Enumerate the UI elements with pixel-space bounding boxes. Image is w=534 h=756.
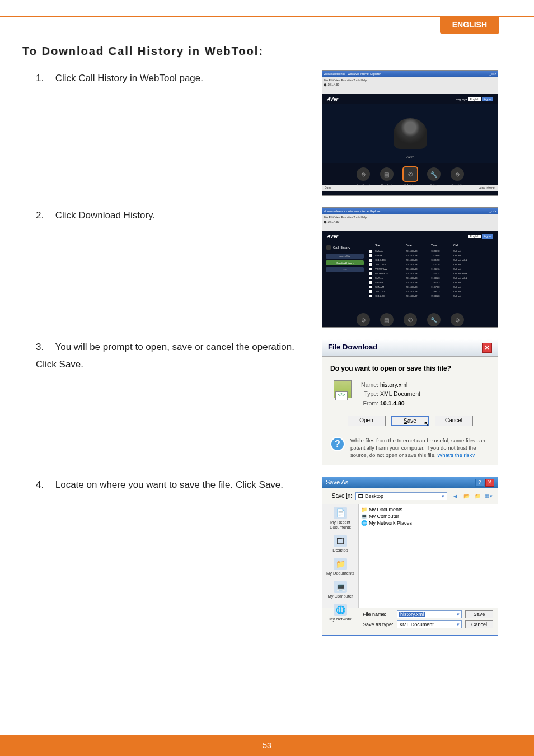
search-site-button[interactable]: search Site bbox=[326, 254, 364, 259]
sidebar-computer[interactable]: 💻My Computer bbox=[324, 579, 357, 602]
savetype-label: Save as type: bbox=[363, 622, 394, 627]
file-type: XML Document bbox=[380, 390, 420, 397]
step-body: Click Download History. bbox=[55, 210, 155, 221]
nav-contact[interactable]: ⊖Contact Us bbox=[451, 167, 464, 181]
ie-titlebar: Video conference - Windows Internet Expl… bbox=[322, 208, 498, 214]
help-button[interactable]: ? bbox=[475, 479, 484, 487]
step-row: 1. Click Call History in WebTool page. V… bbox=[22, 70, 512, 196]
nav-setting[interactable]: 🔧Setting bbox=[427, 167, 441, 181]
open-button[interactable]: Open bbox=[348, 416, 386, 426]
step-image: Video conference - Windows Internet Expl… bbox=[299, 70, 512, 196]
nav-cam-control[interactable]: ⊖ bbox=[357, 313, 370, 326]
cancel-button[interactable]: Cancel bbox=[435, 416, 473, 426]
save-button[interactable]: Save bbox=[465, 610, 493, 618]
nav-phonebook[interactable]: ▤Phonebook bbox=[380, 167, 394, 181]
nav-icons: ⊖Cam. Control ▤Phonebook ✆Call History 🔧… bbox=[322, 163, 498, 185]
screenshot-webtool-main: Video conference - Windows Internet Expl… bbox=[322, 70, 498, 196]
aver-header: AVer Language English logout bbox=[322, 94, 498, 104]
nav-setting[interactable]: 🔧 bbox=[427, 313, 441, 326]
nav-phonebook[interactable]: ▤ bbox=[380, 313, 394, 326]
sidebar-desktop[interactable]: 🗔Desktop bbox=[324, 533, 357, 556]
table-row: 10.1.2.1702011-07-0813:01:28Call out bbox=[369, 263, 495, 267]
download-history-button[interactable]: Download History bbox=[326, 260, 364, 265]
file-list[interactable]: 📁My Documents 💻My Computer 🌐My Network P… bbox=[358, 504, 498, 608]
new-folder-icon[interactable]: 📁 bbox=[473, 492, 482, 501]
dialog-title: Save As bbox=[326, 479, 348, 487]
camera-label: AVer bbox=[406, 155, 414, 158]
table-row: Stefanie2011-07-0813:30:10Call out bbox=[369, 249, 495, 254]
up-icon[interactable]: 📂 bbox=[462, 492, 471, 501]
nav-icons: ⊖ ▤ ✆ 🔧 ⊖ bbox=[322, 309, 498, 328]
dialog-titlebar: Save As ? ✕ bbox=[322, 477, 498, 488]
list-item[interactable]: 🌐My Network Places bbox=[361, 520, 495, 526]
aver-header: AVer English logout bbox=[322, 231, 498, 241]
call-history-body: Call History search Site Download Histor… bbox=[322, 241, 498, 309]
screenshot-call-history: Video conference - Windows Internet Expl… bbox=[322, 207, 498, 328]
screenshot-save-as: Save As ? ✕ Save in: 🗔 Desktop ▾ ◀ bbox=[322, 477, 498, 636]
window-title: Video conference - Windows Internet Expl… bbox=[324, 72, 381, 76]
savetype-dropdown[interactable]: XML Document▾ bbox=[397, 620, 462, 628]
save-button[interactable]: Save↖ bbox=[391, 416, 429, 426]
cursor-icon: ↖ bbox=[424, 420, 429, 428]
step-body: Locate on where you want to save the fil… bbox=[55, 479, 283, 490]
table-row: SolTech2011-07-0811:47:43Call out bbox=[369, 281, 495, 285]
file-name: history.xml bbox=[380, 381, 407, 388]
table-row: VICTORIAM2011-07-0811:56:16Call out bbox=[369, 267, 495, 272]
back-icon[interactable]: ◀ bbox=[451, 492, 460, 501]
table-header: Site Date Time Call bbox=[369, 244, 495, 249]
step-number: 1. bbox=[36, 70, 53, 87]
list-item[interactable]: 💻My Computer bbox=[361, 513, 495, 520]
step-image: Save As ? ✕ Save in: 🗔 Desktop ▾ ◀ bbox=[299, 477, 512, 636]
step-text: 2. Click Download History. bbox=[22, 207, 299, 225]
dialog-title: File Download bbox=[328, 343, 377, 353]
cancel-button[interactable]: Cancel bbox=[465, 620, 493, 628]
filename-input[interactable]: history.xml▾ bbox=[397, 610, 462, 618]
language-tab: ENGLISH bbox=[440, 16, 499, 34]
sidebar-recent[interactable]: 📄My Recent Documents bbox=[324, 505, 357, 533]
view-icon[interactable]: ▦▾ bbox=[484, 492, 493, 501]
filename-label: File name: bbox=[363, 612, 394, 617]
nav-contact[interactable]: ⊖ bbox=[451, 313, 464, 326]
step-number: 4. bbox=[36, 477, 53, 494]
step-number: 2. bbox=[36, 207, 53, 225]
ie-toolbar: File Edit View Favorites Tools Help ⬤ 10… bbox=[322, 77, 498, 94]
camera-image bbox=[394, 118, 427, 149]
step-text: 1. Click Call History in WebTool page. bbox=[22, 70, 299, 87]
savein-dropdown[interactable]: 🗔 Desktop ▾ bbox=[355, 492, 447, 500]
nav-call-history[interactable]: ✆ bbox=[404, 313, 417, 326]
table-row: 10.1.2.602011-07-0719:40:28Call out bbox=[369, 294, 495, 298]
whats-the-risk-link[interactable]: What's the risk? bbox=[437, 452, 475, 458]
save-body: 📄My Recent Documents 🗔Desktop 📁My Docume… bbox=[322, 504, 498, 608]
section-title: To Download Call History in WebTool: bbox=[22, 45, 512, 58]
step-body: Click Call History in WebTool page. bbox=[55, 73, 203, 83]
dialog-question: Do you want to open or save this file? bbox=[330, 365, 490, 372]
page-number: 53 bbox=[263, 741, 271, 750]
table-row: 10.1.3.4392011-07-0813:01:50Call out fai… bbox=[369, 258, 495, 263]
info-icon: ? bbox=[330, 437, 345, 451]
close-button[interactable]: ✕ bbox=[482, 343, 492, 353]
table-row: GENseM2011-07-0811:47:00Call out bbox=[369, 285, 495, 290]
call-history-table: Site Date Time Call Stefanie2011-07-0813… bbox=[367, 241, 498, 309]
step-row: 3. You will be prompt to open, save or c… bbox=[22, 339, 512, 465]
list-item[interactable]: 📁My Documents bbox=[361, 506, 495, 513]
file-info: </> Name: history.xml Type: XML Document… bbox=[330, 380, 490, 408]
step-row: 4. Locate on where you want to save the … bbox=[22, 477, 512, 636]
ie-toolbar: File Edit View Favorites Tools Help ⬤ 10… bbox=[322, 214, 498, 231]
table-row: IWOMINSTD2011-07-0811:55:14Call out fail… bbox=[369, 272, 495, 276]
call-button[interactable]: Call bbox=[326, 267, 364, 272]
step-row: 2. Click Download History. Video confere… bbox=[22, 207, 512, 328]
ch-sidebar: Call History search Site Download Histor… bbox=[322, 241, 367, 309]
step-text: 4. Locate on where you want to save the … bbox=[22, 477, 299, 494]
file-icon: </> bbox=[334, 380, 352, 398]
nav-call-history[interactable]: ✆Call History bbox=[404, 167, 417, 181]
step-image: Video conference - Windows Internet Expl… bbox=[299, 207, 512, 328]
step-body: You will be prompt to open, save or canc… bbox=[36, 342, 294, 370]
sidebar-network[interactable]: 🌐My Network bbox=[324, 602, 357, 625]
dialog-titlebar: File Download ✕ bbox=[322, 339, 498, 357]
nav-cam-control[interactable]: ⊖Cam. Control bbox=[357, 167, 370, 181]
dialog-buttons: Open Save↖ Cancel bbox=[330, 416, 490, 426]
step-image: File Download ✕ Do you want to open or s… bbox=[299, 339, 512, 465]
sidebar-documents[interactable]: 📁My Documents bbox=[324, 556, 357, 579]
close-button[interactable]: ✕ bbox=[485, 479, 494, 487]
main-content: To Download Call History in WebTool: 1. … bbox=[0, 0, 534, 636]
